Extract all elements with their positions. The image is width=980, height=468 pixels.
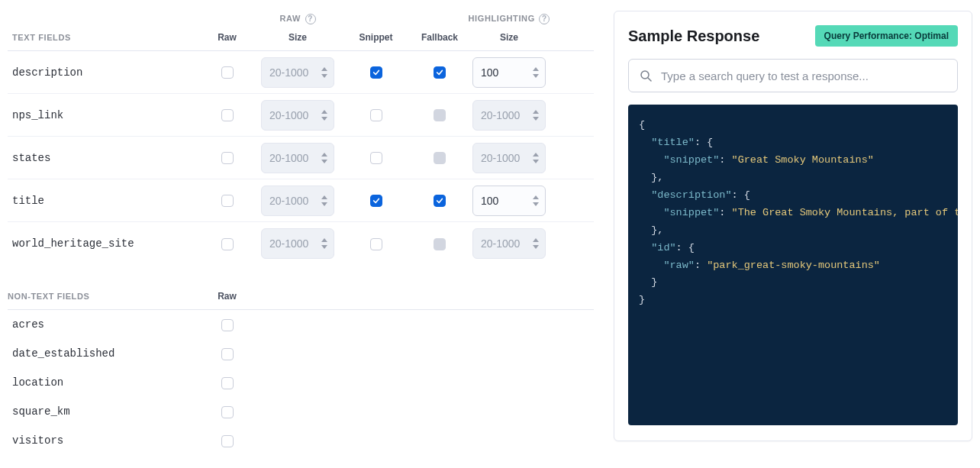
highlight-size-input: 20-1000 — [472, 143, 546, 173]
table-row: states20-100020-1000 — [8, 137, 594, 179]
stepper-icon — [533, 152, 540, 164]
stepper-icon — [321, 152, 329, 164]
raw-size-input: 20-1000 — [261, 57, 334, 88]
field-name: states — [8, 152, 198, 164]
raw-checkbox[interactable] — [221, 152, 234, 164]
raw-col-header: Raw — [198, 32, 256, 43]
stepper-icon — [533, 237, 540, 250]
raw-checkbox[interactable] — [221, 435, 234, 447]
hl-size-col-header: Size — [467, 32, 551, 43]
table-row: nps_link20-100020-1000 — [8, 94, 594, 137]
highlight-size-input[interactable]: 100 — [472, 57, 546, 88]
fallback-checkbox — [434, 152, 446, 164]
raw-size-input: 20-1000 — [261, 100, 334, 131]
highlighting-group-header: HIGHLIGHTING — [469, 14, 535, 23]
raw-checkbox[interactable] — [221, 195, 234, 207]
fallback-checkbox[interactable] — [434, 66, 446, 79]
non-text-fields-header: NON-TEXT FIELDS — [8, 292, 198, 301]
raw-checkbox[interactable] — [221, 377, 234, 389]
highlight-size-input: 20-1000 — [472, 100, 546, 131]
svg-line-1 — [648, 78, 651, 81]
field-name: visitors — [8, 434, 198, 447]
snippet-checkbox[interactable] — [370, 195, 382, 207]
table-row: location — [8, 368, 594, 397]
snippet-checkbox[interactable] — [370, 109, 382, 121]
raw-size-col-header: Size — [256, 32, 340, 43]
raw-size-input: 20-1000 — [261, 186, 334, 216]
help-icon[interactable]: ? — [539, 14, 550, 24]
table-row: visitors — [8, 426, 594, 455]
stepper-icon[interactable] — [533, 66, 540, 79]
table-row: world_heritage_site20-100020-1000 — [8, 222, 594, 265]
table-row: acres — [8, 310, 594, 339]
raw-checkbox[interactable] — [221, 319, 234, 331]
field-name: date_established — [8, 347, 198, 360]
fallback-col-header: Fallback — [412, 32, 467, 43]
raw-col-header-2: Raw — [198, 291, 256, 302]
raw-size-input: 20-1000 — [261, 228, 334, 259]
snippet-checkbox[interactable] — [370, 238, 382, 250]
table-row: description20-1000100 — [8, 51, 594, 94]
field-name: title — [8, 195, 198, 207]
field-name: world_heritage_site — [8, 237, 198, 250]
raw-size-input: 20-1000 — [261, 143, 334, 173]
stepper-icon[interactable] — [533, 195, 540, 207]
stepper-icon — [321, 195, 329, 207]
raw-checkbox[interactable] — [221, 66, 234, 79]
panel-title: Sample Response — [628, 27, 759, 45]
snippet-col-header: Snippet — [340, 32, 412, 43]
table-row: date_established — [8, 339, 594, 368]
snippet-checkbox[interactable] — [370, 152, 382, 164]
field-name: description — [8, 66, 198, 79]
snippet-checkbox[interactable] — [370, 66, 382, 79]
table-row: title20-1000100 — [8, 179, 594, 222]
search-icon — [640, 69, 652, 82]
fallback-checkbox — [434, 109, 446, 121]
text-fields-header: TEXT FIELDS — [8, 33, 198, 42]
field-name: acres — [8, 318, 198, 331]
stepper-icon — [321, 109, 329, 121]
response-code[interactable]: { "title": { "snippet": "Great Smoky Mou… — [628, 105, 958, 425]
stepper-icon — [321, 66, 329, 79]
stepper-icon — [321, 237, 329, 250]
search-input[interactable] — [659, 69, 946, 83]
raw-checkbox[interactable] — [221, 348, 234, 360]
field-name: nps_link — [8, 109, 198, 121]
field-name: square_km — [8, 405, 198, 418]
field-name: location — [8, 376, 198, 389]
stepper-icon — [533, 109, 540, 121]
help-icon[interactable]: ? — [305, 14, 316, 24]
query-performance-badge: Query Performance: Optimal — [815, 25, 958, 47]
highlight-size-input[interactable]: 100 — [472, 186, 546, 216]
raw-checkbox[interactable] — [221, 406, 234, 418]
raw-group-header: RAW — [279, 14, 300, 23]
fallback-checkbox — [434, 238, 446, 250]
highlight-size-input: 20-1000 — [472, 228, 546, 259]
fallback-checkbox[interactable] — [434, 195, 446, 207]
table-row: square_km — [8, 397, 594, 426]
search-input-wrapper[interactable] — [628, 59, 958, 92]
raw-checkbox[interactable] — [221, 238, 234, 250]
sample-response-panel: Sample Response Query Performance: Optim… — [614, 11, 972, 441]
raw-checkbox[interactable] — [221, 109, 234, 121]
